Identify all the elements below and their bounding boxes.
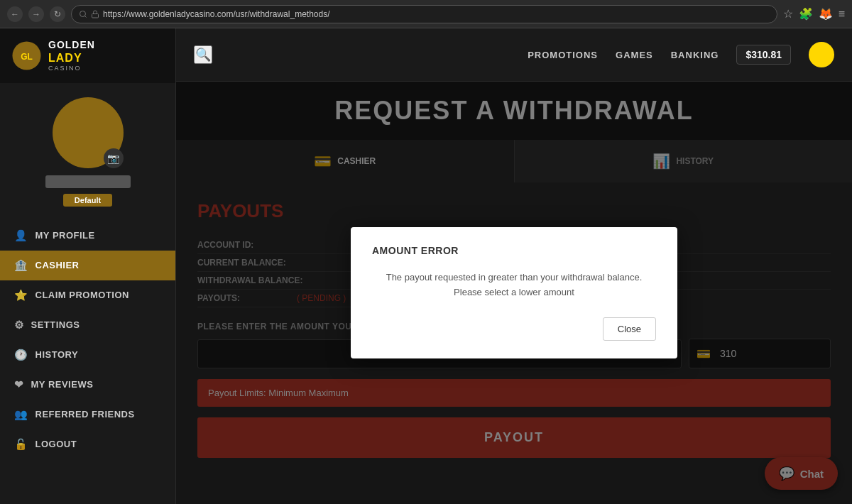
sidebar-item-my-profile[interactable]: 👤 MY PROFILE xyxy=(0,221,175,251)
svg-point-0 xyxy=(80,11,86,16)
main-content: REQUEST A WITHDRAWAL 💳 CASHIER 📊 HISTORY… xyxy=(176,82,852,504)
modal-footer: Close xyxy=(372,317,656,341)
sidebar-item-cashier[interactable]: 🏦 CASHIER xyxy=(0,251,175,280)
url-bar[interactable]: https://www.goldenladycasino.com/usr/wit… xyxy=(71,5,777,23)
sidebar-profile: 📷 Default xyxy=(0,83,175,214)
modal-title: AMOUNT ERROR xyxy=(372,245,656,256)
extensions-icon[interactable]: 🧩 xyxy=(799,7,813,21)
sidebar-label-cashier: CASHIER xyxy=(36,260,80,270)
avatar-wrapper: 📷 xyxy=(53,97,124,168)
top-nav: 🔍 PROMOTIONS GAMES BANKING $310.81 xyxy=(176,28,852,82)
bookmark-icon[interactable]: ☆ xyxy=(783,7,793,21)
sidebar-item-settings[interactable]: ⚙ SETTINGS xyxy=(0,310,175,340)
sidebar-item-history[interactable]: 🕐 HISTORY xyxy=(0,340,175,370)
top-nav-right: PROMOTIONS GAMES BANKING $310.81 xyxy=(528,42,834,67)
url-text: https://www.goldenladycasino.com/usr/wit… xyxy=(103,9,330,19)
logo-icon: GL xyxy=(11,40,43,72)
sidebar-item-referred-friends[interactable]: 👥 REFERRED FRIENDS xyxy=(0,400,175,429)
modal-overlay: AMOUNT ERROR The payout requested in gre… xyxy=(176,82,852,504)
sidebar-label-logout: LOGOUT xyxy=(36,439,77,449)
sidebar-item-my-reviews[interactable]: ❤ MY REVIEWS xyxy=(0,370,175,400)
history-nav-icon: 🕐 xyxy=(14,349,28,361)
balance-display: $310.81 xyxy=(736,45,791,65)
friends-nav-icon: 👥 xyxy=(14,408,28,421)
reviews-nav-icon: ❤ xyxy=(14,378,24,391)
logo-text: GOLDEN LADY CASINO xyxy=(48,39,95,72)
svg-rect-1 xyxy=(92,13,99,18)
sidebar-label-my-profile: MY PROFILE xyxy=(36,230,95,241)
sidebar-label-settings: SETTINGS xyxy=(31,319,80,330)
user-avatar-top[interactable] xyxy=(809,42,834,67)
logout-nav-icon: 🔓 xyxy=(14,438,28,451)
profile-icon[interactable]: 🦊 xyxy=(819,7,833,21)
sidebar-item-claim-promotion[interactable]: ⭐ CLAIM PROMOTION xyxy=(0,280,175,310)
sidebar-header: GL GOLDEN LADY CASINO xyxy=(0,28,175,83)
claim-nav-icon: ⭐ xyxy=(14,289,28,302)
username-bar xyxy=(45,175,131,188)
modal-message: The payout requested in greater than you… xyxy=(372,270,656,300)
cashier-nav-icon: 🏦 xyxy=(14,259,28,272)
profile-nav-icon: 👤 xyxy=(14,229,28,242)
svg-text:GL: GL xyxy=(21,52,33,62)
sidebar-nav: 👤 MY PROFILE 🏦 CASHIER ⭐ CLAIM PROMOTION… xyxy=(0,221,175,459)
refresh-button[interactable]: ↻ xyxy=(50,6,65,22)
sidebar: GL GOLDEN LADY CASINO 📷 Default 👤 xyxy=(0,28,176,504)
modal-close-button[interactable]: Close xyxy=(603,317,656,341)
default-badge: Default xyxy=(63,194,112,207)
top-nav-left: 🔍 xyxy=(194,45,212,64)
sidebar-label-referred-friends: REFERRED FRIENDS xyxy=(36,409,135,420)
modal-box: AMOUNT ERROR The payout requested in gre… xyxy=(351,227,677,359)
nav-promotions[interactable]: PROMOTIONS xyxy=(528,50,598,60)
nav-games[interactable]: GAMES xyxy=(616,50,653,60)
sidebar-item-logout[interactable]: 🔓 LOGOUT xyxy=(0,429,175,459)
sidebar-label-claim-promotion: CLAIM PROMOTION xyxy=(36,290,129,300)
menu-icon[interactable]: ≡ xyxy=(839,8,845,21)
forward-button[interactable]: → xyxy=(28,6,44,22)
app-wrapper: GL GOLDEN LADY CASINO 📷 Default 👤 xyxy=(0,28,852,504)
browser-icons: ☆ 🧩 🦊 ≡ xyxy=(783,7,845,21)
search-button[interactable]: 🔍 xyxy=(194,45,212,64)
nav-banking[interactable]: BANKING xyxy=(671,50,719,60)
back-button[interactable]: ← xyxy=(7,6,23,22)
sidebar-label-history: HISTORY xyxy=(36,349,79,360)
settings-nav-icon: ⚙ xyxy=(14,319,24,332)
camera-button[interactable]: 📷 xyxy=(104,148,124,168)
browser-chrome: ← → ↻ https://www.goldenladycasino.com/u… xyxy=(0,0,852,28)
sidebar-label-my-reviews: MY REVIEWS xyxy=(31,379,94,390)
